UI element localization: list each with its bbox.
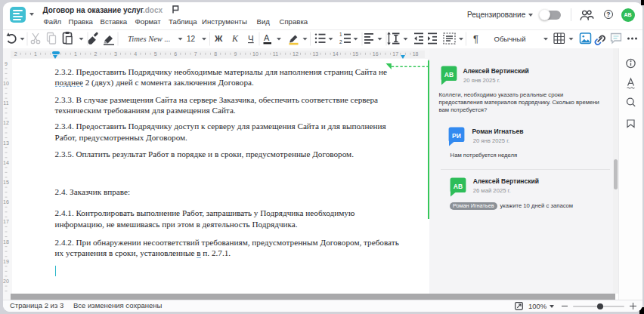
svg-text:17: 17 xyxy=(392,51,398,57)
svg-text:9: 9 xyxy=(5,61,8,66)
svg-text:К: К xyxy=(231,33,239,44)
svg-text:Обычный: Обычный xyxy=(494,35,526,43)
svg-text:11: 11 xyxy=(3,100,8,106)
svg-text:10: 10 xyxy=(252,51,259,57)
svg-text:15: 15 xyxy=(352,51,358,57)
svg-text:10: 10 xyxy=(3,81,9,86)
svg-text:4: 4 xyxy=(134,51,137,57)
svg-text:1: 1 xyxy=(339,32,342,37)
svg-text:5: 5 xyxy=(154,51,157,57)
svg-text:2: 2 xyxy=(94,51,97,57)
svg-text:Times New ...: Times New ... xyxy=(128,35,170,43)
svg-text:6: 6 xyxy=(174,51,177,57)
svg-text:7: 7 xyxy=(194,51,197,57)
svg-text:АВ: АВ xyxy=(453,182,462,189)
svg-text:АВ: АВ xyxy=(444,71,453,78)
svg-text:17: 17 xyxy=(3,219,9,224)
svg-text:18: 18 xyxy=(3,239,9,245)
svg-text:Ч: Ч xyxy=(248,34,254,43)
svg-text:14: 14 xyxy=(3,160,9,165)
svg-text:¶: ¶ xyxy=(473,33,478,45)
svg-text:9: 9 xyxy=(234,51,237,57)
svg-text:1: 1 xyxy=(34,51,37,57)
svg-text:13: 13 xyxy=(3,140,9,146)
svg-text:12: 12 xyxy=(293,51,299,57)
svg-text:3: 3 xyxy=(114,51,117,57)
svg-text:13: 13 xyxy=(312,51,318,57)
svg-text:19: 19 xyxy=(3,259,9,264)
svg-text:2: 2 xyxy=(14,51,17,57)
svg-text:8: 8 xyxy=(214,51,217,57)
svg-text:15: 15 xyxy=(3,180,9,185)
svg-text:20: 20 xyxy=(3,279,9,284)
svg-text:Ж: Ж xyxy=(214,34,223,43)
svg-text:1: 1 xyxy=(74,51,77,57)
svg-text:РИ: РИ xyxy=(452,132,461,140)
svg-text:11: 11 xyxy=(273,51,278,57)
svg-text:16: 16 xyxy=(3,199,9,205)
svg-text:14: 14 xyxy=(333,51,339,57)
svg-text:2: 2 xyxy=(339,39,342,45)
svg-text:18: 18 xyxy=(413,51,419,57)
svg-text:16: 16 xyxy=(373,51,379,57)
svg-text:12: 12 xyxy=(3,120,9,125)
svg-text:А: А xyxy=(264,33,270,42)
svg-text:12: 12 xyxy=(187,35,196,43)
